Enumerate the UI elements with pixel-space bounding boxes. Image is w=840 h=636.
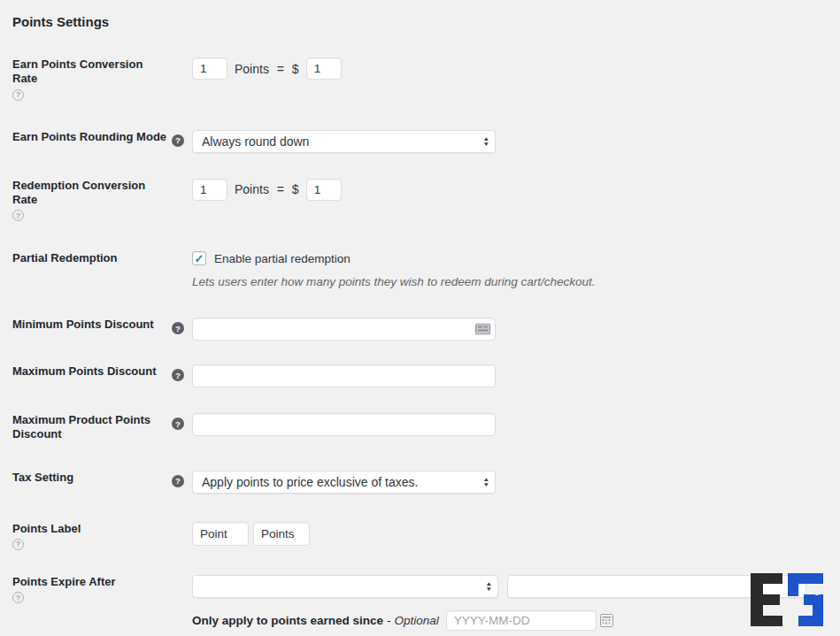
row-maximum-product-points-discount: Maximum Product Points Discount ? [12, 413, 822, 442]
max-product-discount-label: Maximum Product Points Discount [12, 413, 169, 442]
points-label-plural-input[interactable] [253, 522, 310, 546]
max-product-discount-input[interactable] [192, 413, 496, 436]
help-icon[interactable]: ? [12, 592, 24, 603]
help-icon[interactable]: ? [172, 369, 184, 381]
redeem-rate-equation: Points = $ [235, 182, 299, 196]
row-points-label: Points Label ? [12, 522, 822, 550]
help-icon[interactable]: ? [172, 322, 184, 334]
help-icon[interactable]: ? [172, 475, 184, 487]
select-arrows-icon: ▲▼ [483, 477, 489, 487]
points-settings-panel: Points Settings Earn Points Conversion R… [0, 0, 840, 636]
earn-rate-equation: Points = $ [235, 62, 299, 76]
expire-since-separator: - [387, 614, 391, 627]
help-icon[interactable]: ? [12, 210, 24, 221]
row-maximum-points-discount: Maximum Points Discount ? [12, 364, 822, 387]
min-discount-input[interactable] [192, 318, 496, 341]
row-redemption-conversion-rate: Redemption Conversion Rate ? Points = $ [12, 179, 822, 222]
redeem-rate-money-input[interactable] [306, 179, 342, 201]
help-icon[interactable]: ? [172, 134, 184, 147]
help-icon[interactable]: ? [12, 89, 24, 101]
expire-since-optional: Optional [395, 614, 439, 627]
row-earn-points-conversion-rate: Earn Points Conversion Rate ? Points = $ [12, 57, 822, 101]
redeem-rate-label: Redemption Conversion Rate [12, 179, 169, 208]
rounding-mode-selected-value: Always round down [202, 134, 309, 149]
tax-setting-selected-value: Apply points to price exclusive of taxes… [202, 475, 418, 489]
rounding-mode-select[interactable]: Always round down ▲▼ [192, 130, 496, 153]
points-label-singular-input[interactable] [192, 522, 249, 546]
row-minimum-points-discount: Minimum Points Discount ? [12, 318, 822, 341]
redeem-rate-points-input[interactable] [192, 179, 227, 201]
registered-trademark-icon: R [813, 587, 821, 595]
tax-setting-select[interactable]: Apply points to price exclusive of taxes… [192, 471, 496, 494]
row-tax-setting: Tax Setting ? Apply points to price excl… [12, 471, 822, 494]
row-points-expire-after: Points Expire After ? ▲▼ ▲▼ O [12, 575, 822, 636]
rounding-label: Earn Points Rounding Mode [12, 130, 166, 144]
partial-redemption-checkbox-label[interactable]: Enable partial redemption [214, 252, 351, 265]
expire-amount-select[interactable]: ▲▼ [192, 575, 498, 598]
page-title: Points Settings [12, 14, 822, 29]
help-icon[interactable]: ? [172, 418, 184, 430]
expire-since-date-input[interactable] [446, 610, 597, 631]
help-icon[interactable]: ? [12, 539, 24, 550]
partial-redemption-description: Lets users enter how many points they wi… [192, 275, 822, 288]
partial-redemption-checkbox[interactable]: ✓ [192, 251, 206, 265]
earn-rate-label: Earn Points Conversion Rate [12, 57, 169, 87]
max-discount-label: Maximum Points Discount [12, 364, 157, 379]
min-discount-label: Minimum Points Discount [12, 318, 154, 332]
autofill-card-icon[interactable] [475, 324, 490, 335]
expire-since-label: Only apply to points earned since [192, 614, 383, 627]
calendar-icon[interactable] [600, 614, 613, 627]
points-expire-label: Points Expire After [12, 575, 116, 589]
partial-redemption-label: Partial Redemption [12, 251, 117, 265]
eg-logo: R [751, 573, 823, 626]
max-discount-input[interactable] [192, 364, 496, 387]
select-arrows-icon: ▲▼ [483, 136, 489, 147]
row-earn-points-rounding-mode: Earn Points Rounding Mode ? Always round… [12, 130, 822, 153]
earn-rate-points-input[interactable] [192, 57, 227, 80]
earn-rate-money-input[interactable] [306, 57, 342, 80]
tax-setting-label: Tax Setting [12, 471, 73, 485]
row-partial-redemption: Partial Redemption ✓ Enable partial rede… [12, 251, 822, 288]
select-arrows-icon: ▲▼ [486, 581, 491, 592]
svg-text:R: R [814, 588, 819, 594]
points-label-label: Points Label [12, 522, 81, 536]
